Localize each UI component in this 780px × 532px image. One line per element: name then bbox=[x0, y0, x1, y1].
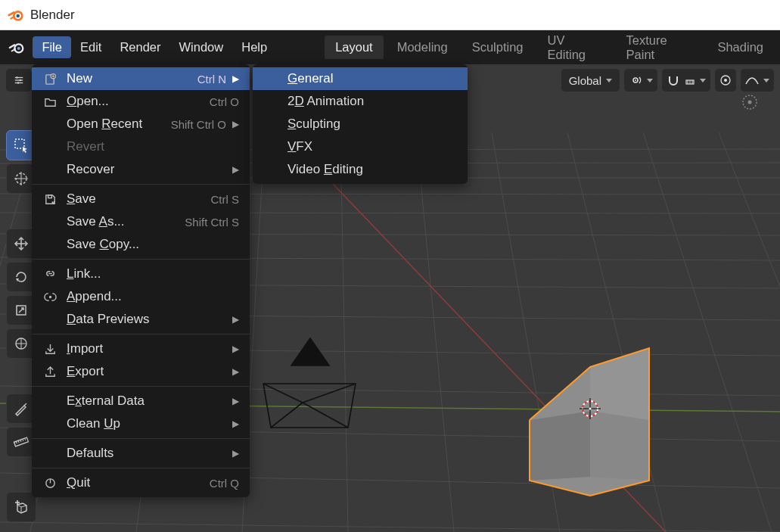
menu-item-import[interactable]: Import▶ bbox=[32, 338, 250, 360]
svg-point-47 bbox=[589, 408, 592, 410]
svg-point-3 bbox=[17, 46, 20, 49]
tab-uv-editing[interactable]: UV Editing bbox=[537, 29, 613, 67]
menu-item-label: New bbox=[67, 71, 179, 86]
menu-item-label: Export bbox=[67, 364, 226, 379]
orientation-dropdown[interactable]: Global bbox=[561, 69, 620, 92]
menu-item-label: Append... bbox=[67, 289, 239, 304]
save-icon bbox=[41, 193, 59, 206]
options-icon-button[interactable] bbox=[6, 69, 32, 92]
import-icon bbox=[41, 343, 59, 356]
orientation-label: Global bbox=[569, 74, 601, 87]
menu-item-recover[interactable]: Recover▶ bbox=[32, 158, 250, 181]
app-title: Blender bbox=[30, 8, 75, 23]
svg-line-26 bbox=[643, 132, 772, 532]
menu-item-label: Save bbox=[67, 191, 193, 207]
blender-logo-icon bbox=[8, 7, 24, 23]
menu-item-label: Import bbox=[67, 341, 226, 356]
chevron-down-icon bbox=[647, 79, 653, 82]
menu-help[interactable]: Help bbox=[232, 36, 276, 58]
titlebar: Blender bbox=[0, 0, 780, 30]
link-icon bbox=[41, 268, 59, 281]
submenu-arrow-icon: ▶ bbox=[232, 73, 239, 84]
svg-line-75 bbox=[24, 403, 26, 406]
tab-texture-paint[interactable]: Texture Paint bbox=[616, 29, 704, 67]
menu-item-label: Data Previews bbox=[67, 312, 226, 327]
menu-file[interactable]: File bbox=[33, 36, 71, 58]
menu-item-video-editing[interactable]: Video Editing bbox=[253, 158, 468, 181]
menubar: FileEditRenderWindowHelp LayoutModelingS… bbox=[0, 30, 780, 64]
snapping-button[interactable] bbox=[662, 69, 710, 92]
menu-item-quit[interactable]: QuitCtrl Q bbox=[32, 471, 250, 494]
nav-gizmo[interactable] bbox=[735, 87, 765, 117]
menu-item-vfx[interactable]: VFX bbox=[253, 135, 468, 158]
menu-item-label: Clean Up bbox=[67, 416, 226, 431]
menu-item-save-as[interactable]: Save As...Shift Ctrl S bbox=[32, 210, 250, 233]
svg-point-53 bbox=[17, 82, 20, 84]
svg-line-31 bbox=[263, 384, 303, 403]
app-menu-icon[interactable] bbox=[6, 37, 26, 58]
menu-item-link[interactable]: Link... bbox=[32, 263, 250, 285]
chevron-down-icon bbox=[700, 79, 706, 82]
menu-item-label: Link... bbox=[67, 266, 239, 282]
submenu-arrow-icon: ▶ bbox=[232, 448, 239, 459]
svg-marker-82 bbox=[17, 503, 26, 513]
svg-line-23 bbox=[416, 132, 454, 532]
submenu-arrow-icon: ▶ bbox=[232, 119, 239, 129]
menu-item-export[interactable]: Export▶ bbox=[32, 360, 250, 383]
svg-line-84 bbox=[21, 506, 26, 507]
menu-item-clean-up[interactable]: Clean Up▶ bbox=[32, 412, 250, 435]
menu-item-defaults[interactable]: Defaults▶ bbox=[32, 442, 250, 465]
menu-item-data-previews[interactable]: Data Previews▶ bbox=[32, 308, 250, 331]
menu-item-label: Open... bbox=[67, 94, 191, 109]
menu-item-2d-animation[interactable]: 2D Animation bbox=[253, 90, 468, 113]
svg-point-61 bbox=[724, 79, 727, 82]
tool-add-cube[interactable] bbox=[6, 492, 36, 522]
menu-item-shortcut: Shift Ctrl O bbox=[171, 118, 226, 131]
menu-item-external-data[interactable]: External Data▶ bbox=[32, 390, 250, 412]
menu-item-save[interactable]: SaveCtrl S bbox=[32, 188, 250, 210]
menu-item-sculpting[interactable]: Sculpting bbox=[253, 113, 468, 135]
quit-icon bbox=[41, 477, 59, 490]
submenu-arrow-icon: ▶ bbox=[232, 418, 239, 429]
svg-marker-35 bbox=[291, 338, 329, 366]
menu-window[interactable]: Window bbox=[170, 36, 233, 58]
workspace-tabs: LayoutModelingSculptingUV EditingTexture… bbox=[325, 29, 774, 67]
menu-item-open-recent[interactable]: Open RecentShift Ctrl O▶ bbox=[32, 113, 250, 135]
submenu-arrow-icon: ▶ bbox=[232, 366, 239, 377]
tab-shading[interactable]: Shading bbox=[707, 36, 774, 59]
open-icon bbox=[41, 95, 59, 108]
menu-item-save-copy[interactable]: Save Copy... bbox=[32, 233, 250, 256]
submenu-arrow-icon: ▶ bbox=[232, 164, 239, 175]
tab-layout[interactable]: Layout bbox=[325, 36, 384, 59]
menu-item-label: Save As... bbox=[67, 214, 166, 229]
menu-item-label: Video Editing bbox=[287, 162, 457, 177]
tab-modeling[interactable]: Modeling bbox=[387, 36, 458, 59]
menu-item-shortcut: Ctrl N bbox=[197, 73, 226, 86]
menu-edit[interactable]: Edit bbox=[71, 36, 110, 58]
svg-marker-37 bbox=[530, 411, 590, 481]
svg-point-51 bbox=[16, 76, 18, 79]
menu-item-label: General bbox=[287, 71, 457, 86]
menu-render[interactable]: Render bbox=[110, 36, 169, 58]
menu-item-new[interactable]: NewCtrl N▶ bbox=[32, 67, 250, 90]
menu-item-general[interactable]: General bbox=[253, 67, 468, 90]
menu-item-label: Save Copy... bbox=[67, 237, 239, 252]
file-new-submenu: General2D AnimationSculptingVFXVideo Edi… bbox=[253, 64, 468, 184]
menu-item-shortcut: Ctrl S bbox=[211, 193, 240, 206]
new-icon bbox=[41, 73, 59, 86]
tab-sculpting[interactable]: Sculpting bbox=[461, 36, 534, 59]
svg-point-1 bbox=[16, 14, 20, 17]
menu-item-revert: Revert bbox=[32, 135, 250, 158]
menu-item-open[interactable]: Open...Ctrl O bbox=[32, 90, 250, 113]
pivot-dropdown[interactable] bbox=[624, 69, 657, 92]
chevron-down-icon bbox=[763, 79, 769, 82]
proportional-edit-button[interactable] bbox=[715, 69, 736, 92]
svg-line-83 bbox=[17, 505, 21, 507]
svg-marker-41 bbox=[590, 348, 649, 420]
svg-point-96 bbox=[49, 296, 51, 297]
append-icon bbox=[41, 291, 59, 303]
menu-item-label: Revert bbox=[67, 139, 239, 154]
svg-line-71 bbox=[19, 308, 23, 313]
menu-item-label: External Data bbox=[67, 394, 226, 409]
menu-item-append[interactable]: Append... bbox=[32, 285, 250, 308]
